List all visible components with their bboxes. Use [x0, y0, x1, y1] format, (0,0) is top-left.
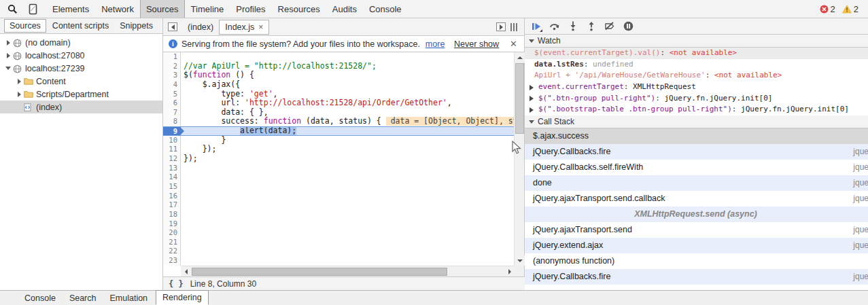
drawer-tab-search[interactable]: Search	[64, 292, 102, 304]
code-area[interactable]: 12//var ApiUrl = "http://localhost:21528…	[163, 52, 515, 266]
scroll-tabs-right-icon[interactable]	[496, 22, 506, 31]
pause-on-exceptions-icon[interactable]	[622, 20, 634, 33]
callstack-frame[interactable]: jQuery.Callbacks.firejque	[525, 269, 868, 285]
chevron-down-icon[interactable]	[4, 67, 12, 70]
tab-timeline[interactable]: Timeline	[185, 0, 230, 18]
line-number[interactable]: 10	[163, 136, 181, 145]
infobar-more-link[interactable]: more	[426, 39, 445, 49]
callstack-frame[interactable]: jQuery.extend.ajaxjque	[525, 238, 868, 253]
watch-expression[interactable]: data.lstRes: undefined	[525, 59, 868, 71]
line-number[interactable]: 14	[163, 173, 181, 182]
line-number[interactable]: 6	[163, 98, 181, 108]
infobar-never-show-link[interactable]: Never show	[454, 39, 499, 49]
editor-tab-index-js[interactable]: Index.js×	[219, 20, 269, 35]
code-text[interactable]: url: 'http://localhost:21528/api/Order/G…	[181, 98, 452, 108]
line-number[interactable]: 17	[163, 200, 181, 210]
line-number[interactable]: 7	[163, 108, 181, 118]
drawer-tab-console[interactable]: Console	[19, 292, 61, 304]
code-text[interactable]: $.ajax({	[181, 80, 240, 90]
watch-expression[interactable]: event.currentTarget: XMLHttpRequest	[525, 82, 868, 93]
code-text[interactable]	[181, 210, 184, 219]
tree-item-localhost-27080[interactable]: localhost:27080	[0, 49, 162, 62]
code-text[interactable]	[181, 164, 184, 173]
code-text[interactable]: alert(data);	[181, 127, 296, 135]
sidebar-tab-sources[interactable]: Sources	[4, 19, 46, 33]
line-number[interactable]: 20	[163, 228, 181, 238]
code-text[interactable]: type: 'get',	[181, 90, 278, 99]
line-number[interactable]: 19	[163, 219, 181, 229]
tab-elements[interactable]: Elements	[46, 0, 95, 18]
tab-overflow-icon[interactable]	[510, 23, 519, 31]
scroll-up-icon[interactable]	[515, 52, 525, 62]
tab-network[interactable]: Network	[95, 0, 140, 18]
callstack-section-header[interactable]: Call Stack	[525, 115, 868, 128]
chevron-right-icon[interactable]	[530, 85, 534, 90]
watch-expression[interactable]: $(".btn-group pull-right"): jQuery.fn.jQ…	[525, 93, 868, 105]
device-mode-icon[interactable]	[24, 2, 41, 16]
callstack-frame[interactable]: $.ajax.success	[525, 128, 868, 144]
code-text[interactable]	[181, 182, 184, 192]
line-number[interactable]: 12	[163, 154, 181, 164]
chevron-right-icon[interactable]	[15, 92, 23, 97]
tree-item-no-domain[interactable]: (no domain)	[0, 36, 162, 49]
watch-expression[interactable]: $(".bootstrap-table .btn-group pull-righ…	[525, 104, 868, 115]
watch-section-header[interactable]: Watch	[525, 35, 868, 48]
code-text[interactable]	[181, 200, 184, 210]
error-badge[interactable]: 2	[820, 4, 835, 14]
code-text[interactable]: });	[181, 145, 216, 154]
code-text[interactable]	[181, 173, 184, 182]
tree-item-scripts-department[interactable]: Scripts/Department	[0, 88, 162, 101]
resume-execution-icon[interactable]	[530, 20, 542, 33]
tab-console[interactable]: Console	[363, 0, 408, 18]
editor-tab-index[interactable]: (index)	[182, 20, 219, 34]
editor-vertical-scrollbar[interactable]	[514, 52, 524, 266]
tab-sources[interactable]: Sources	[140, 0, 185, 18]
chevron-right-icon[interactable]	[530, 107, 534, 113]
line-number[interactable]: 23	[163, 256, 181, 266]
code-text[interactable]	[181, 219, 184, 229]
line-number[interactable]: 13	[163, 164, 181, 173]
chevron-right-icon[interactable]	[15, 79, 23, 84]
callstack-frame[interactable]: jQuery.Callbacks.firejque	[525, 144, 868, 160]
line-number[interactable]: 9	[163, 127, 181, 135]
scroll-left-icon[interactable]	[181, 266, 191, 276]
tree-item-content[interactable]: Content	[0, 75, 162, 88]
step-out-icon[interactable]	[585, 20, 597, 33]
chevron-right-icon[interactable]	[530, 96, 534, 101]
drawer-tab-rendering[interactable]: Rendering	[156, 290, 209, 305]
infobar-close-icon[interactable]: ✕	[510, 39, 517, 49]
editor-horizontal-scrollbar[interactable]	[181, 266, 515, 276]
code-text[interactable]	[181, 256, 184, 266]
tree-item-index[interactable]: (index)	[0, 101, 162, 113]
line-number[interactable]: 4	[163, 80, 181, 90]
show-navigator-icon[interactable]	[168, 22, 177, 31]
code-text[interactable]: }	[181, 136, 226, 145]
drawer-tab-emulation[interactable]: Emulation	[104, 292, 153, 304]
sidebar-tab-snippets[interactable]: Snippets	[115, 20, 158, 32]
chevron-right-icon[interactable]	[4, 40, 12, 46]
callstack-frame[interactable]: jQuery.ajaxTransport.send.callbackjque	[525, 191, 868, 207]
chevron-right-icon[interactable]	[4, 53, 12, 58]
step-over-icon[interactable]	[549, 20, 561, 33]
line-number[interactable]: 18	[163, 210, 181, 219]
tab-resources[interactable]: Resources	[272, 0, 326, 18]
code-text[interactable]: $(function () {	[181, 71, 254, 80]
pretty-print-icon[interactable]: { }	[169, 279, 184, 289]
line-number[interactable]: 15	[163, 182, 181, 192]
callstack-frame[interactable]: jQuery.ajaxTransport.sendjque	[525, 222, 868, 238]
line-number[interactable]: 8	[163, 117, 181, 126]
close-icon[interactable]: ×	[258, 22, 263, 32]
code-text[interactable]: //var ApiUrl = "http://localhost:21528/"…	[181, 62, 377, 71]
tab-profiles[interactable]: Profiles	[230, 0, 271, 18]
tree-item-localhost-27239[interactable]: localhost:27239	[0, 62, 162, 75]
code-text[interactable]	[181, 247, 184, 256]
callstack-frame[interactable]: (anonymous function)	[525, 253, 868, 269]
callstack-frame[interactable]: jQuery.Callbacks.self.fireWithjque	[525, 160, 868, 175]
scroll-down-icon[interactable]	[515, 255, 525, 266]
line-number[interactable]: 5	[163, 90, 181, 99]
line-number[interactable]: 22	[163, 247, 181, 256]
vertical-scroll-thumb[interactable]	[515, 63, 524, 134]
callstack-frame[interactable]: donejque	[525, 175, 868, 191]
line-number[interactable]: 16	[163, 192, 181, 201]
tab-audits[interactable]: Audits	[326, 0, 363, 18]
